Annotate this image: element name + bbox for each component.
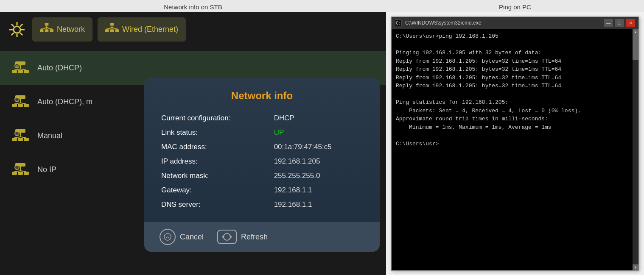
row-label-0: Current configuration: xyxy=(160,111,272,125)
main-content: Network xyxy=(0,12,644,275)
menu-item-label-2: Manual xyxy=(37,131,62,140)
svg-point-17 xyxy=(46,27,48,28)
svg-point-28 xyxy=(116,28,118,30)
minimize-button[interactable]: — xyxy=(604,19,613,27)
cmd-content-area: C:\Users\usr>ping 192.168.1.205 Pinging … xyxy=(392,29,638,270)
svg-line-44 xyxy=(20,103,26,104)
row-value-2: 00:1a:79:47:45:c5 xyxy=(272,140,364,154)
cancel-icon xyxy=(160,229,176,245)
svg-marker-64 xyxy=(222,235,224,239)
dialog-title: Network info xyxy=(160,90,364,102)
svg-rect-31 xyxy=(18,70,23,73)
cmd-title-text: C:\WINDOWS\system32\cmd.exe xyxy=(405,20,600,26)
cmd-icon: C: xyxy=(395,19,402,26)
menu-item-icon-0: ⚙ xyxy=(10,58,31,78)
network-icon xyxy=(40,22,53,37)
row-label-5: Gateway: xyxy=(160,183,272,197)
info-table: Current configuration: DHCP Link status:… xyxy=(160,111,364,212)
svg-point-0 xyxy=(14,26,20,33)
table-row: Link status: UP xyxy=(160,125,364,140)
cmd-titlebar: C: C:\WINDOWS\system32\cmd.exe — □ ✕ xyxy=(392,17,638,29)
svg-line-59 xyxy=(14,171,20,172)
row-label-6: DNS server: xyxy=(160,197,272,212)
cmd-window: C: C:\WINDOWS\system32\cmd.exe — □ ✕ C:\… xyxy=(391,17,639,271)
svg-line-34 xyxy=(14,69,20,70)
refresh-label: Refresh xyxy=(241,233,268,242)
svg-rect-39 xyxy=(12,104,17,107)
svg-line-35 xyxy=(20,69,26,70)
scroll-down-arrow: ▼ xyxy=(634,266,637,269)
table-row: DNS server: 192.168.1.1 xyxy=(160,197,364,212)
scrollbar-down[interactable]: ▼ xyxy=(633,264,638,270)
table-row: Current configuration: DHCP xyxy=(160,111,364,125)
scroll-up-arrow: ▲ xyxy=(634,30,637,34)
svg-rect-55 xyxy=(12,172,17,175)
svg-line-7 xyxy=(20,24,22,26)
network-tab-label: Network xyxy=(57,25,85,34)
svg-point-16 xyxy=(41,28,42,30)
svg-line-6 xyxy=(20,33,22,35)
row-value-4: 255.255.255.0 xyxy=(272,169,364,183)
cmd-title-buttons: — □ ✕ xyxy=(604,19,635,27)
network-info-dialog: Network info Current configuration: DHCP… xyxy=(144,78,380,252)
row-value-3: 192.168.1.205 xyxy=(272,154,364,169)
svg-rect-40 xyxy=(18,104,23,107)
menu-item-label-0: Auto (DHCP) xyxy=(37,64,82,72)
scrollbar-thumb[interactable] xyxy=(633,35,638,60)
refresh-button[interactable]: Refresh xyxy=(217,230,268,244)
svg-rect-21 xyxy=(110,29,114,32)
svg-rect-9 xyxy=(45,23,49,25)
row-value-5: 192.168.1.1 xyxy=(272,183,364,197)
cmd-scrollbar[interactable]: ▲ ▼ xyxy=(633,29,638,270)
close-button[interactable]: ✕ xyxy=(626,19,635,27)
menu-item-icon-2 xyxy=(10,125,31,146)
wired-icon xyxy=(105,22,119,37)
stb-panel: Network xyxy=(0,12,386,275)
network-tab[interactable]: Network xyxy=(32,17,92,42)
wired-tab-label: Wired (Ethernet) xyxy=(122,25,178,34)
row-label-4: Network mask: xyxy=(160,169,272,183)
svg-rect-49 xyxy=(24,138,29,141)
wired-tab[interactable]: Wired (Ethernet) xyxy=(98,17,186,42)
svg-line-51 xyxy=(14,137,20,138)
row-value-6: 192.168.1.1 xyxy=(272,197,364,212)
cancel-button[interactable]: Cancel xyxy=(160,229,204,245)
svg-point-27 xyxy=(111,27,113,28)
svg-rect-47 xyxy=(12,138,17,141)
stb-panel-title: Network info on STB xyxy=(0,3,386,11)
menu-item-label-1: Auto (DHCP), m xyxy=(37,97,92,106)
maximize-button[interactable]: □ xyxy=(615,19,624,27)
svg-line-60 xyxy=(20,171,26,172)
svg-rect-32 xyxy=(24,70,29,73)
svg-rect-56 xyxy=(18,172,23,175)
svg-rect-11 xyxy=(45,29,49,32)
table-row: IP address: 192.168.1.205 xyxy=(160,154,364,169)
scrollbar-track xyxy=(633,35,638,264)
svg-point-18 xyxy=(51,28,53,30)
table-row: Gateway: 192.168.1.1 xyxy=(160,183,364,197)
scrollbar-up[interactable]: ▲ xyxy=(633,29,638,35)
svg-marker-63 xyxy=(230,235,232,239)
cmd-body: C:\Users\usr>ping 192.168.1.205 Pinging … xyxy=(392,29,633,270)
dialog-footer: Cancel Refresh xyxy=(144,222,380,252)
pc-panel: C: C:\WINDOWS\system32\cmd.exe — □ ✕ C:\… xyxy=(386,12,644,275)
table-row: MAC address: 00:1a:79:47:45:c5 xyxy=(160,140,364,154)
refresh-icon xyxy=(217,230,237,244)
row-label-3: IP address: xyxy=(160,154,272,169)
menu-item-label-3: No IP xyxy=(37,165,56,174)
svg-rect-48 xyxy=(18,138,23,141)
svg-rect-30 xyxy=(12,70,17,73)
row-label-2: MAC address: xyxy=(160,140,272,154)
row-value-1: UP xyxy=(272,125,364,140)
svg-rect-19 xyxy=(110,23,114,25)
table-row: Network mask: 255.255.255.0 xyxy=(160,169,364,183)
top-labels: Network info on STB Ping on PC xyxy=(0,0,644,12)
svg-text:C:: C: xyxy=(396,21,401,25)
network-topbar: Network xyxy=(0,12,386,47)
settings-icon[interactable] xyxy=(7,19,27,40)
gear-svg xyxy=(8,20,26,39)
svg-line-8 xyxy=(11,33,14,35)
menu-item-icon-3 xyxy=(10,159,31,180)
svg-line-52 xyxy=(20,137,26,138)
row-value-0: DHCP xyxy=(272,111,364,125)
